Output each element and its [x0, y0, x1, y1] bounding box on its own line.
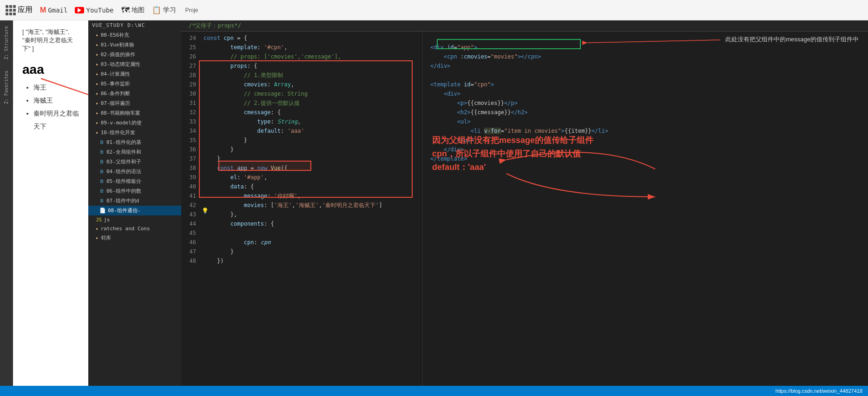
tree-item[interactable]: ▸邻库	[88, 233, 181, 243]
browser-preview: [ "海王", "海贼王", "秦时明月之君临天下" ] aaa 海王 海贼王 …	[13, 20, 88, 386]
apps-grid-icon	[6, 5, 16, 15]
tree-item[interactable]: ▸05-事件监听	[88, 79, 181, 89]
tree-item[interactable]: ▸ratches and Cons	[88, 224, 181, 233]
project-tab: Proje	[185, 7, 198, 13]
tree-item[interactable]: 🗎02-全局组件和	[88, 147, 181, 157]
url-display: https://blog.csdn.net/weixin_44827418	[776, 388, 862, 394]
gmail-icon: M	[40, 6, 46, 14]
array-output: [ "海王", "海贼王", "秦时明月之君临天下" ]	[22, 28, 79, 53]
maps-label: 地图	[132, 6, 145, 14]
status-bar: https://blog.csdn.net/weixin_44827418	[0, 386, 868, 396]
browser-list: 海王 海贼王 秦时明月之君临天下	[22, 81, 79, 133]
browser-heading: aaa	[22, 62, 79, 77]
tree-item[interactable]: ▸06-条件判断	[88, 89, 181, 98]
tree-item[interactable]: 🗎07-组件中的d	[88, 196, 181, 206]
tree-item[interactable]: ▸08-书籍购物车案	[88, 108, 181, 118]
list-item: 海王	[33, 81, 79, 94]
maps-icon: 🗺	[121, 5, 130, 15]
bulb-icon: 💡	[202, 208, 209, 214]
tree-item[interactable]: ▸00-ES6补充	[88, 30, 181, 40]
notes-icon: 📋	[152, 6, 161, 14]
tree-item[interactable]: ▸10-组件化开发	[88, 128, 181, 137]
tree-item[interactable]: 📄08-组件通信-	[88, 206, 181, 215]
maps-link[interactable]: 🗺 地图	[121, 5, 145, 15]
code-content-left: const cpn = { template: '#cpn', // props…	[200, 32, 422, 386]
tree-item[interactable]: ▸01-Vue初体验	[88, 40, 181, 50]
apps-button[interactable]: 应用	[6, 5, 33, 15]
list-item: 秦时明月之君临天下	[33, 107, 79, 133]
tree-item[interactable]: ▸04-计算属性	[88, 69, 181, 79]
tree-item[interactable]: ▸07-循环遍历	[88, 98, 181, 108]
list-item: 海贼王	[33, 94, 79, 107]
gmail-link[interactable]: M Gmail	[40, 6, 67, 14]
tree-item[interactable]: JSjs	[88, 215, 181, 224]
tree-item[interactable]: 🗎04-组件的语法	[88, 167, 181, 176]
topbar: 应用 M Gmail YouTube 🗺 地图 📋 学习 Proje	[0, 0, 868, 20]
apps-label: 应用	[18, 5, 33, 15]
tree-items: ▸00-ES6补充▸01-Vue初体验▸02-插值的操作▸03-动态绑定属性▸0…	[88, 30, 181, 243]
tab-favorites[interactable]: Z: Favorites	[2, 65, 12, 110]
tree-item[interactable]: ▸09-v-model的使	[88, 118, 181, 128]
notes-label: 学习	[163, 6, 176, 14]
code-editor-left: 24 25 26 27 28 29 30 31 32 33 34 35 36 3…	[181, 32, 423, 386]
gmail-label: Gmail	[48, 6, 67, 14]
code-editor-right: <div id="app"> <cpn :cmovies="movies"></…	[423, 32, 868, 386]
notes-link[interactable]: 📋 学习	[152, 6, 176, 14]
file-tree: Vue_Study D:\Wc ▸00-ES6补充▸01-Vue初体验▸02-插…	[88, 20, 181, 386]
project-name: Vue_Study D:\Wc	[88, 20, 181, 30]
line-numbers-left: 24 25 26 27 28 29 30 31 32 33 34 35 36 3…	[181, 32, 200, 386]
tree-item[interactable]: 🗎03-父组件和子	[88, 157, 181, 167]
tree-item[interactable]: ▸03-动态绑定属性	[88, 59, 181, 69]
tree-item[interactable]: ▸02-插值的操作	[88, 50, 181, 59]
editor-area: /*父传子：props*/ 24 25 26 27 28 29 30 31 32…	[181, 20, 868, 386]
tab-structure[interactable]: Z: Structure	[2, 20, 12, 65]
html-code-display: <div id="app"> <cpn :cmovies="movies"></…	[430, 33, 868, 173]
youtube-icon	[75, 7, 84, 13]
tree-item[interactable]: 🗎01-组件化的基	[88, 137, 181, 147]
sidebar-tabs: Z: Structure Z: Favorites	[0, 20, 13, 386]
file-header-comment: /*父传子：props*/	[189, 22, 241, 30]
tree-item[interactable]: 🗎06-组件中的数	[88, 186, 181, 196]
youtube-link[interactable]: YouTube	[75, 6, 113, 14]
youtube-label: YouTube	[86, 6, 113, 14]
tree-item[interactable]: 🗎05-组件模板分	[88, 176, 181, 186]
